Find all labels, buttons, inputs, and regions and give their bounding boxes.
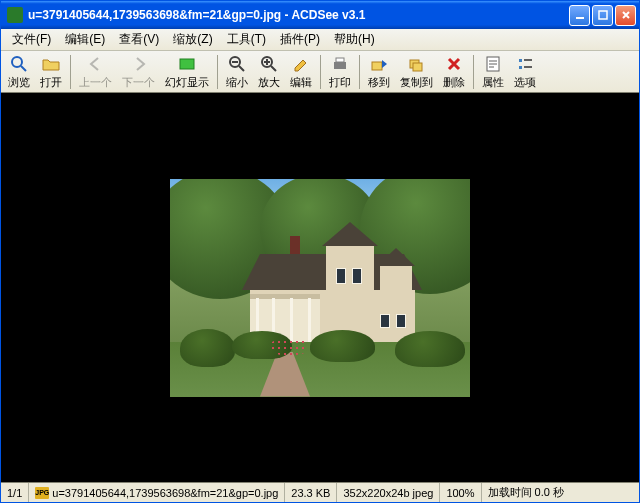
status-zoom: 100% — [440, 483, 481, 502]
copyto-button[interactable]: 复制到 — [395, 52, 438, 92]
menu-view[interactable]: 查看(V) — [112, 29, 166, 50]
menu-help[interactable]: 帮助(H) — [327, 29, 382, 50]
moveto-button[interactable]: 移到 — [363, 52, 395, 92]
svg-rect-6 — [334, 62, 346, 69]
menu-file[interactable]: 文件(F) — [5, 29, 58, 50]
properties-button[interactable]: 属性 — [477, 52, 509, 92]
status-dimensions: 352x220x24b jpeg — [337, 483, 440, 502]
toolbar-separator — [320, 55, 321, 89]
menu-tools[interactable]: 工具(T) — [220, 29, 273, 50]
toolbar: 浏览 打开 上一个 下一个 幻灯显示 缩小 放大 编辑 打印 移到 复制到 删除… — [1, 51, 639, 93]
statusbar: 1/1 JPGu=3791405644,1739563698&fm=21&gp=… — [1, 482, 639, 502]
svg-point-2 — [12, 57, 22, 67]
properties-icon — [483, 54, 503, 74]
zoomin-button[interactable]: 放大 — [253, 52, 285, 92]
folder-open-icon — [41, 54, 61, 74]
toolbar-separator — [359, 55, 360, 89]
svg-rect-3 — [180, 59, 194, 69]
titlebar-text: u=3791405644,1739563698&fm=21&gp=0.jpg -… — [28, 8, 569, 22]
browse-button[interactable]: 浏览 — [3, 52, 35, 92]
toolbar-separator — [70, 55, 71, 89]
svg-rect-8 — [372, 62, 382, 70]
menu-plugins[interactable]: 插件(P) — [273, 29, 327, 50]
copyto-icon — [407, 54, 427, 74]
jpg-icon: JPG — [35, 487, 49, 499]
slideshow-button[interactable]: 幻灯显示 — [160, 52, 214, 92]
status-loadtime: 加载时间 0.0 秒 — [482, 483, 639, 502]
window-controls — [569, 5, 636, 26]
prev-button: 上一个 — [74, 52, 117, 92]
delete-button[interactable]: 删除 — [438, 52, 470, 92]
maximize-button[interactable] — [592, 5, 613, 26]
minimize-button[interactable] — [569, 5, 590, 26]
print-button[interactable]: 打印 — [324, 52, 356, 92]
app-icon — [7, 7, 23, 23]
printer-icon — [330, 54, 350, 74]
status-filesize: 23.3 KB — [285, 483, 337, 502]
menu-zoom[interactable]: 缩放(Z) — [166, 29, 219, 50]
status-position: 1/1 — [1, 483, 29, 502]
next-button: 下一个 — [117, 52, 160, 92]
status-filename: JPGu=3791405644,1739563698&fm=21&gp=0.jp… — [29, 483, 285, 502]
image-viewport[interactable] — [1, 93, 639, 482]
toolbar-separator — [217, 55, 218, 89]
zoomout-button[interactable]: 缩小 — [221, 52, 253, 92]
zoom-out-icon — [227, 54, 247, 74]
svg-rect-0 — [576, 17, 584, 19]
browse-icon — [9, 54, 29, 74]
arrow-left-icon — [86, 54, 106, 74]
displayed-image — [170, 179, 470, 397]
svg-rect-7 — [336, 58, 344, 62]
options-button[interactable]: 选项 — [509, 52, 541, 92]
menu-edit[interactable]: 编辑(E) — [58, 29, 112, 50]
options-icon — [515, 54, 535, 74]
toolbar-separator — [473, 55, 474, 89]
moveto-icon — [369, 54, 389, 74]
titlebar[interactable]: u=3791405644,1739563698&fm=21&gp=0.jpg -… — [1, 1, 639, 29]
edit-icon — [291, 54, 311, 74]
svg-rect-10 — [413, 63, 422, 71]
open-button[interactable]: 打开 — [35, 52, 67, 92]
edit-button[interactable]: 编辑 — [285, 52, 317, 92]
arrow-right-icon — [129, 54, 149, 74]
slideshow-icon — [177, 54, 197, 74]
delete-icon — [444, 54, 464, 74]
menubar: 文件(F) 编辑(E) 查看(V) 缩放(Z) 工具(T) 插件(P) 帮助(H… — [1, 29, 639, 51]
app-window: u=3791405644,1739563698&fm=21&gp=0.jpg -… — [0, 0, 640, 503]
zoom-in-icon — [259, 54, 279, 74]
svg-rect-1 — [599, 11, 607, 19]
close-button[interactable] — [615, 5, 636, 26]
